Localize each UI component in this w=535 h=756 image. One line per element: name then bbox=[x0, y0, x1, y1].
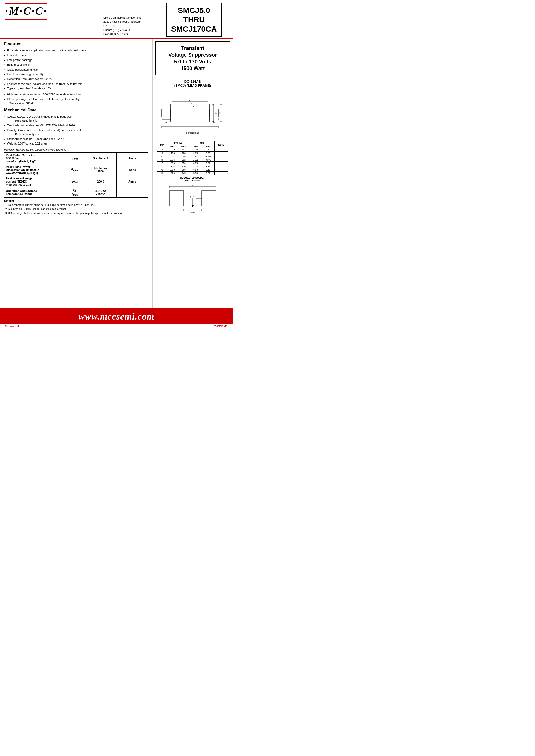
package-title1: DO-214AB (SMCJ) (LEAD FRAME) bbox=[157, 80, 228, 87]
right-col: TransientVoltage Suppressor5.0 to 170 Vo… bbox=[153, 39, 233, 308]
svg-marker-40 bbox=[192, 205, 194, 207]
list-item: Standard packaging: 16mm tape per ( EIA … bbox=[4, 137, 148, 141]
header-right: SMCJ5.0THRUSMCJ170CA bbox=[160, 3, 228, 38]
list-item: Fast response time: typical less than 1p… bbox=[4, 82, 148, 86]
table-row: G.260.2606.607.11 bbox=[157, 168, 228, 172]
phone: Phone: (818) 701-4933 bbox=[103, 28, 141, 32]
table-row: B.108.1282.753.25 bbox=[157, 152, 228, 155]
table-row: Peak Pulse PowerDisspation on 10/1000usw… bbox=[4, 164, 148, 176]
mechanical-list: CASE: JEDEC DO-214AB molded plastic body… bbox=[4, 115, 148, 146]
rating-label: Peak forward surgecurrent (JEDECMethod) … bbox=[4, 176, 65, 187]
svg-text:E: E bbox=[165, 121, 167, 124]
rating-unit bbox=[116, 187, 148, 197]
rating-unit: Watts bbox=[116, 164, 148, 176]
rating-label: Peak Pulse PowerDisspation on 10/1000usw… bbox=[4, 164, 65, 176]
notes-title: NOTES: bbox=[4, 200, 148, 203]
svg-text:H: H bbox=[223, 112, 225, 114]
svg-text:D: D bbox=[193, 104, 194, 107]
dim-min-mm: MIN bbox=[189, 145, 202, 148]
footer: www.mccsemi.com bbox=[0, 308, 233, 323]
list-item: Glass passivated junction bbox=[4, 68, 148, 71]
transient-box: TransientVoltage Suppressor5.0 to 170 Vo… bbox=[155, 41, 230, 75]
table-row: H.220.2455.596.22 bbox=[157, 172, 228, 175]
rating-value: 200.0 bbox=[85, 176, 116, 187]
svg-text:0.185: 0.185 bbox=[190, 184, 195, 186]
company-info: Micro Commercial Components 21201 Itasca… bbox=[103, 16, 141, 36]
solder-pad-diagram: 0.185 0.121" 0.060" bbox=[167, 183, 218, 214]
header-left: ·M·C·C· bbox=[5, 3, 103, 38]
company-name: Micro Commercial Components bbox=[103, 16, 141, 20]
address2: CA 91311 bbox=[103, 24, 141, 28]
solder-pad-area: SUGGESTED SOLDERPAD LAYOUT 0.185 bbox=[157, 177, 228, 214]
list-item: Low profile package bbox=[4, 58, 148, 62]
rating-label: Peak Pulse Current on10/1000uswaveform(N… bbox=[4, 152, 65, 164]
red-bar-bottom bbox=[5, 19, 46, 20]
list-item: CASE: JEDEC DO-214AB molded plastic body… bbox=[4, 115, 148, 123]
rating-symbol: TJ,TSTG bbox=[65, 187, 85, 197]
list-item: 8.3ms, single half sine-wave or equivale… bbox=[8, 211, 148, 215]
svg-rect-31 bbox=[169, 190, 183, 206]
dimensions-table: D/M INCHES MM NOTE MIN MAX MIN MAX bbox=[157, 141, 228, 175]
notes-section: NOTES: Non-repetitive current pulse per … bbox=[4, 200, 148, 215]
mechanical-title: Mechanical Data bbox=[4, 108, 148, 113]
package-diagram: G H D A bbox=[158, 88, 228, 140]
main-content: Features For surface mount application i… bbox=[0, 39, 233, 308]
rating-symbol: IPPM bbox=[65, 152, 85, 164]
svg-rect-2 bbox=[210, 109, 218, 117]
list-item: Polarity: Color band denotes positive en… bbox=[4, 128, 148, 136]
rating-value: -55oC to+150oC bbox=[85, 187, 116, 197]
list-item: Plastic package has Underwrites Laborato… bbox=[4, 97, 148, 105]
svg-rect-0 bbox=[171, 104, 210, 122]
rating-value: See Table 1 bbox=[85, 152, 116, 164]
logo-text: ·M·C·C· bbox=[5, 5, 47, 17]
svg-text:0.060": 0.060" bbox=[190, 211, 196, 213]
ratings-table: Peak Pulse Current on10/1000uswaveform(N… bbox=[4, 152, 148, 198]
left-col: Features For surface mount application i… bbox=[0, 39, 153, 308]
footer-bottom: Version: 3 2003/01/01 bbox=[0, 323, 233, 328]
rating-value: Minimum1500 bbox=[85, 164, 116, 176]
rating-symbol: PPPM bbox=[65, 164, 85, 176]
rating-label: Operation And StorageTemperature Range bbox=[4, 187, 65, 197]
fax: Fax: (818) 701-4939 bbox=[103, 32, 141, 36]
list-item: Low inductance bbox=[4, 53, 148, 57]
rating-symbol: IFSM) bbox=[65, 176, 85, 187]
features-list: For surface mount application in order t… bbox=[4, 49, 148, 105]
svg-rect-32 bbox=[202, 190, 216, 206]
table-row: E.030.0500.761.27 bbox=[157, 162, 228, 165]
page: ·M·C·C· Micro Commercial Components 2120… bbox=[0, 0, 233, 328]
ratings-title: Maximum Ratings @25°C Unless Otherwise S… bbox=[4, 149, 148, 151]
list-item: Built-in strain relief bbox=[4, 63, 148, 67]
list-item: Repetition Rate( duty cycle): 0.05% bbox=[4, 77, 148, 81]
table-row: A.079.1032.002.62 bbox=[157, 148, 228, 152]
list-item: Mounted on 8.0mm2 copper pads to each te… bbox=[8, 207, 148, 211]
dim-max: MAX bbox=[178, 145, 189, 148]
list-item: For surface mount application in order t… bbox=[4, 49, 148, 52]
transient-title: TransientVoltage Suppressor5.0 to 170 Vo… bbox=[158, 45, 228, 71]
dim-min: MIN bbox=[167, 145, 178, 148]
logo-area: ·M·C·C· bbox=[5, 5, 47, 17]
footer-url: www.mccsemi.com bbox=[0, 311, 233, 322]
svg-rect-1 bbox=[162, 109, 171, 117]
svg-text:G: G bbox=[188, 98, 190, 101]
solder-pad-title: SUGGESTED SOLDERPAD LAYOUT bbox=[157, 177, 228, 182]
address1: 21201 Itasca Street Chatsworth bbox=[103, 20, 141, 24]
dim-header-mm: MM bbox=[189, 141, 214, 145]
svg-text:0.121": 0.121" bbox=[190, 196, 196, 198]
svg-text:F: F bbox=[188, 128, 190, 131]
list-item: High temperature soldering: 260oC/10 sec… bbox=[4, 92, 148, 97]
table-row: Peak forward surgecurrent (JEDECMethod) … bbox=[4, 176, 148, 187]
list-item: Weight: 0.007 ounce, 0.21 gram bbox=[4, 142, 148, 146]
svg-text:B: B bbox=[213, 121, 214, 123]
features-title: Features bbox=[4, 42, 148, 47]
table-row: D.006.0120.1520.305 bbox=[157, 158, 228, 162]
part-number-box: SMCJ5.0THRUSMCJ170CA bbox=[166, 3, 222, 37]
dim-header: D/M bbox=[157, 141, 167, 148]
dim-header-note: NOTE bbox=[214, 141, 228, 148]
dim-max-mm: MAX bbox=[202, 145, 214, 148]
header-center: Micro Commercial Components 21201 Itasca… bbox=[103, 3, 160, 38]
table-row: F.305.3207.758.13 bbox=[157, 165, 228, 168]
table-row: C.002.0080.0510.203 bbox=[157, 155, 228, 158]
svg-text:C: C bbox=[219, 112, 221, 114]
list-item: Terminals: solderable per MIL-STD-750, M… bbox=[4, 124, 148, 127]
red-bar-top bbox=[5, 3, 46, 4]
